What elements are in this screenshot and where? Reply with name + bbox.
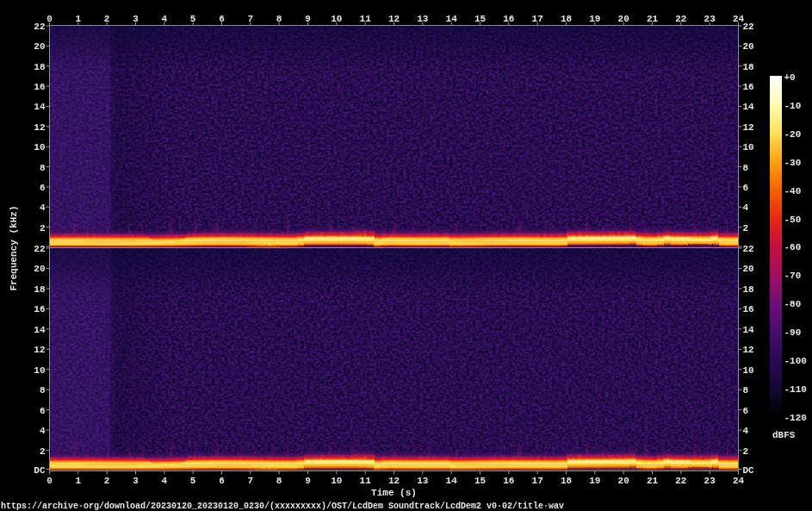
svg-text:22: 22 (675, 476, 686, 486)
svg-text:17: 17 (532, 476, 543, 486)
svg-text:5: 5 (190, 476, 196, 486)
svg-text:9: 9 (305, 14, 311, 24)
svg-text:2: 2 (40, 446, 46, 457)
svg-text:6: 6 (743, 183, 749, 193)
svg-text:-90: -90 (784, 327, 802, 338)
svg-text:2: 2 (40, 223, 46, 234)
svg-text:8: 8 (40, 163, 46, 173)
svg-text:11: 11 (360, 14, 372, 24)
svg-text:18: 18 (34, 62, 46, 72)
svg-text:21: 21 (647, 14, 659, 24)
svg-text:16: 16 (743, 304, 754, 315)
svg-text:22: 22 (675, 14, 686, 24)
svg-text:6: 6 (743, 406, 749, 416)
svg-text:-10: -10 (784, 101, 802, 111)
svg-text:22: 22 (743, 244, 754, 254)
svg-text:8: 8 (743, 385, 749, 396)
svg-text:8: 8 (276, 14, 282, 24)
svg-text:14: 14 (743, 102, 755, 112)
svg-text:-120: -120 (784, 413, 807, 423)
svg-text:DC: DC (34, 465, 46, 476)
svg-text:18: 18 (743, 62, 755, 72)
svg-text:0: 0 (46, 14, 53, 24)
svg-text:10: 10 (34, 142, 45, 153)
svg-text:16: 16 (743, 82, 754, 92)
svg-text:9: 9 (305, 476, 311, 486)
svg-text:-80: -80 (784, 299, 802, 309)
svg-text:14: 14 (446, 14, 458, 24)
svg-text:-50: -50 (784, 215, 802, 225)
svg-text:-40: -40 (784, 186, 802, 196)
svg-text:15: 15 (474, 476, 487, 486)
svg-text:14: 14 (34, 325, 46, 335)
svg-text:6: 6 (40, 406, 46, 416)
svg-text:+0: +0 (784, 72, 796, 83)
svg-text:4: 4 (162, 476, 168, 486)
svg-text:13: 13 (417, 14, 429, 24)
svg-text:6: 6 (219, 476, 225, 486)
svg-text:3: 3 (133, 14, 139, 24)
svg-text:20: 20 (743, 41, 754, 52)
svg-text:Frequency (kHz): Frequency (kHz) (9, 205, 19, 290)
svg-text:0: 0 (46, 476, 53, 486)
svg-text:4: 4 (40, 203, 46, 213)
svg-text:18: 18 (561, 14, 573, 24)
svg-text:8: 8 (40, 385, 46, 396)
svg-text:18: 18 (743, 284, 755, 295)
svg-text:18: 18 (561, 476, 573, 486)
svg-text:24: 24 (733, 476, 745, 486)
svg-text:18: 18 (34, 284, 46, 295)
svg-text:12: 12 (34, 122, 45, 133)
svg-text:Time (s): Time (s) (371, 488, 417, 498)
svg-text:16: 16 (503, 14, 514, 24)
svg-text:4: 4 (162, 14, 168, 24)
svg-text:6: 6 (40, 183, 46, 193)
svg-text:22: 22 (34, 22, 45, 32)
svg-text:4: 4 (743, 203, 749, 213)
svg-text:10: 10 (743, 142, 754, 153)
svg-text:DC: DC (743, 465, 755, 476)
svg-text:20: 20 (34, 41, 45, 52)
svg-text:7: 7 (248, 14, 254, 24)
svg-text:5: 5 (190, 14, 196, 24)
svg-text:10: 10 (743, 365, 754, 376)
svg-text:-30: -30 (784, 158, 802, 168)
svg-text:23: 23 (704, 14, 716, 24)
svg-text:19: 19 (589, 476, 600, 486)
svg-text:16: 16 (34, 304, 45, 315)
svg-text:20: 20 (743, 264, 754, 274)
svg-text:10: 10 (331, 476, 342, 486)
svg-text:12: 12 (388, 476, 400, 486)
svg-text:10: 10 (34, 365, 45, 376)
svg-text:2: 2 (104, 14, 110, 24)
svg-text:14: 14 (743, 325, 755, 335)
svg-text:-70: -70 (784, 271, 802, 281)
svg-text:12: 12 (388, 14, 400, 24)
svg-text:1: 1 (76, 476, 82, 486)
svg-text:-110: -110 (784, 384, 807, 395)
svg-text:20: 20 (618, 14, 629, 24)
svg-text:8: 8 (276, 476, 282, 486)
svg-text:15: 15 (474, 14, 487, 24)
svg-text:7: 7 (248, 476, 254, 486)
svg-text:1: 1 (76, 14, 82, 24)
svg-text:-20: -20 (784, 129, 802, 140)
svg-text:11: 11 (360, 476, 372, 486)
svg-text:17: 17 (532, 14, 543, 24)
svg-text:3: 3 (133, 476, 139, 486)
svg-text:10: 10 (331, 14, 342, 24)
svg-text:4: 4 (743, 426, 749, 436)
svg-text:dBFS: dBFS (772, 430, 796, 440)
svg-text:6: 6 (219, 14, 225, 24)
svg-text:21: 21 (647, 476, 659, 486)
svg-text:-60: -60 (784, 242, 802, 252)
svg-text:2: 2 (743, 223, 749, 234)
svg-text:https://archive·org/download/2: https://archive·org/download/20230120_20… (1, 502, 564, 511)
svg-text:22: 22 (34, 244, 45, 254)
svg-text:8: 8 (743, 163, 749, 173)
svg-text:23: 23 (704, 476, 716, 486)
svg-text:14: 14 (34, 102, 46, 112)
svg-text:12: 12 (743, 122, 754, 133)
svg-text:22: 22 (743, 22, 754, 32)
svg-text:2: 2 (104, 476, 110, 486)
